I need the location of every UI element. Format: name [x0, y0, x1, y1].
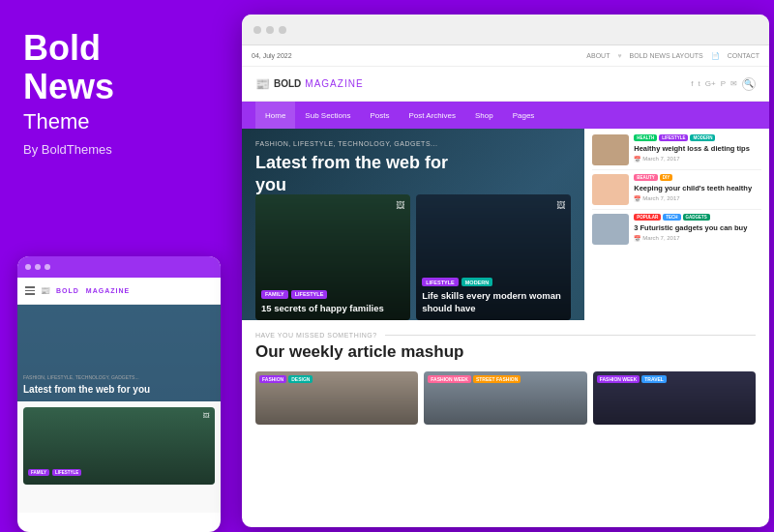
- topbar-left: 04, July 2022: [252, 52, 292, 59]
- mashup-cards: FASHION DESIGN FASHION WEEK STREET FASHI…: [255, 371, 756, 425]
- hamburger-icon: [25, 286, 35, 295]
- hero-tag: FASHION, LIFESTYLE, TECHNOLOGY, GADGETS.…: [255, 140, 756, 147]
- mashup-card-1[interactable]: FASHION DESIGN: [255, 371, 418, 425]
- mashup1-tags: FASHION DESIGN: [259, 375, 313, 383]
- brand-by: By BoldThemes: [23, 142, 217, 157]
- card2-tag-modern: MODERN: [461, 278, 492, 286]
- mobile-nav: 📰 BOLD MAGAZINE: [17, 278, 221, 305]
- card1-tag-family: FAMILY: [261, 290, 288, 299]
- mobile-hero: FASHION, LIFESTYLE, TECHNOLOGY, GADGETS.…: [17, 305, 221, 401]
- topbar-layouts[interactable]: BOLD NEWS LAYOUTS: [630, 52, 703, 59]
- hero-card-1-overlay: FAMILY LIFESTYLE 15 secrets of happy fam…: [255, 194, 410, 320]
- brand-subtitle: Theme: [23, 109, 217, 134]
- article-item-3[interactable]: POPULAR TECH GADGETS 3 Futuristic gadget…: [592, 214, 761, 249]
- art3-tag-popular: POPULAR: [634, 214, 661, 221]
- mashup1-tag-design: DESIGN: [288, 375, 313, 383]
- hero-section: FASHION, LIFESTYLE, TECHNOLOGY, GADGETS.…: [242, 129, 769, 320]
- facebook-icon[interactable]: f: [691, 79, 693, 88]
- mobile-dot-2: [35, 264, 41, 270]
- nav-shop[interactable]: Shop: [465, 102, 503, 129]
- card2-tag-lifestyle: LIFESTYLE: [422, 278, 459, 286]
- topbar-about[interactable]: ABOUT: [586, 52, 610, 59]
- mobile-card-area: FAMILY LIFESTYLE 🖼: [17, 401, 221, 513]
- left-panel: Bold News Theme By BoldThemes 📰 BOLD MAG…: [0, 0, 240, 532]
- article-thumb-3: [592, 214, 629, 245]
- browser-dot-1: [253, 26, 261, 34]
- search-button[interactable]: 🔍: [742, 77, 756, 91]
- mobile-tag-family: FAMILY: [28, 469, 49, 476]
- art3-tag-tech: TECH: [663, 214, 680, 221]
- calendar-icon-2: 📅: [634, 195, 640, 202]
- topbar-contact[interactable]: CONTACT: [728, 52, 759, 59]
- section-pre-label: HAVE YOU MISSED SOMETHING?: [255, 332, 756, 339]
- mashup1-tag-fashion: FASHION: [259, 375, 286, 383]
- hero-cards: FAMILY LIFESTYLE 15 secrets of happy fam…: [242, 185, 584, 320]
- site-topbar: 04, July 2022 ABOUT ♥ BOLD NEWS LAYOUTS …: [242, 45, 769, 67]
- hero-title: Latest from the web for you: [255, 152, 449, 195]
- header-social: f t G+ P ✉ 🔍: [691, 77, 756, 91]
- article-info-3: POPULAR TECH GADGETS 3 Futuristic gadget…: [634, 214, 761, 242]
- topbar-date: 04, July 2022: [252, 52, 292, 59]
- article-3-date: 📅 March 7, 2017: [634, 235, 761, 242]
- mobile-logo-mag: MAGAZINE: [86, 287, 130, 294]
- mashup2-tag-fw: FASHION WEEK: [428, 375, 471, 383]
- hero-content: FASHION, LIFESTYLE, TECHNOLOGY, GADGETS.…: [242, 129, 769, 195]
- nav-sub-sections[interactable]: Sub Sections: [295, 102, 360, 129]
- brand-title: Bold News: [23, 29, 217, 105]
- pinterest-icon[interactable]: P: [721, 79, 726, 88]
- hero-card-2[interactable]: LIFESTYLE MODERN Life skills every moder…: [416, 194, 571, 320]
- browser-dot-2: [266, 26, 274, 34]
- hero-card-2-overlay: LIFESTYLE MODERN Life skills every moder…: [416, 194, 571, 320]
- browser-dot-3: [279, 26, 286, 34]
- mobile-card: FAMILY LIFESTYLE 🖼: [23, 407, 215, 485]
- mobile-logo-text: BOLD: [56, 287, 79, 294]
- picture-icon: 🖼: [203, 412, 210, 419]
- mobile-mockup: 📰 BOLD MAGAZINE FASHION, LIFESTYLE, TECH…: [17, 256, 221, 532]
- site-header: 📰 BOLD MAGAZINE f t G+ P ✉ 🔍: [242, 67, 769, 102]
- email-icon[interactable]: ✉: [730, 79, 737, 88]
- site-nav: Home Sub Sections Posts Post Archives Sh…: [242, 102, 769, 129]
- mobile-card-tags: FAMILY LIFESTYLE: [28, 469, 210, 476]
- article-3-title: 3 Futuristic gadgets you can buy: [634, 223, 761, 233]
- card1-tag-lifestyle: LIFESTYLE: [291, 290, 328, 299]
- google-icon[interactable]: G+: [705, 79, 716, 88]
- twitter-icon[interactable]: t: [699, 79, 700, 88]
- mobile-dot-3: [45, 264, 50, 270]
- mobile-dot-1: [25, 264, 31, 270]
- mashup3-tags: FASHION WEEK TRAVEL: [597, 375, 667, 383]
- browser-chrome: [242, 15, 769, 45]
- topbar-right: ABOUT ♥ BOLD NEWS LAYOUTS 📄 CONTACT: [586, 52, 759, 60]
- card1-pic-icon: 🖼: [396, 200, 404, 210]
- mobile-top-bar: [17, 256, 221, 278]
- logo-magazine: MAGAZINE: [305, 78, 363, 89]
- mashup3-tag-fw2: FASHION WEEK: [597, 375, 640, 383]
- article-2-date: 📅 March 7, 2017: [634, 195, 761, 202]
- mobile-tag-lifestyle: LIFESTYLE: [52, 469, 81, 476]
- browser-window: 04, July 2022 ABOUT ♥ BOLD NEWS LAYOUTS …: [242, 15, 769, 527]
- nav-pages[interactable]: Pages: [503, 102, 545, 129]
- mobile-hero-title: Latest from the web for you: [23, 383, 215, 396]
- card2-tags: LIFESTYLE MODERN: [422, 278, 565, 286]
- mashup2-tag-sf: STREET FASHION: [473, 375, 521, 383]
- nav-posts[interactable]: Posts: [360, 102, 399, 129]
- logo-bold: BOLD: [274, 78, 301, 89]
- card2-pic-icon: 🖼: [556, 200, 565, 210]
- card2-title: Life skills every modern woman should ha…: [422, 290, 565, 314]
- nav-post-archives[interactable]: Post Archives: [400, 102, 465, 129]
- calendar-icon-3: 📅: [634, 235, 640, 242]
- card1-tags: FAMILY LIFESTYLE: [261, 290, 404, 299]
- section-title: Our weekly article mashup: [255, 342, 756, 362]
- bottom-section: HAVE YOU MISSED SOMETHING? Our weekly ar…: [242, 320, 769, 436]
- article-3-tags: POPULAR TECH GADGETS: [634, 214, 761, 221]
- mashup-card-2[interactable]: FASHION WEEK STREET FASHION: [424, 371, 586, 425]
- mashup-card-3[interactable]: FASHION WEEK TRAVEL: [593, 371, 756, 425]
- nav-home[interactable]: Home: [255, 102, 295, 129]
- art3-tag-gadgets: GADGETS: [683, 214, 710, 221]
- mobile-logo-icon: 📰: [41, 286, 50, 295]
- hero-card-1[interactable]: FAMILY LIFESTYLE 15 secrets of happy fam…: [255, 194, 410, 320]
- mashup2-tags: FASHION WEEK STREET FASHION: [428, 375, 521, 383]
- logo-icon: 📰: [255, 77, 270, 91]
- mashup3-tag-travel: TRAVEL: [641, 375, 667, 383]
- mobile-hero-tag: FASHION, LIFESTYLE, TECHNOLOGY, GADGETS.…: [23, 374, 215, 380]
- site-logo: 📰 BOLD MAGAZINE: [255, 77, 364, 91]
